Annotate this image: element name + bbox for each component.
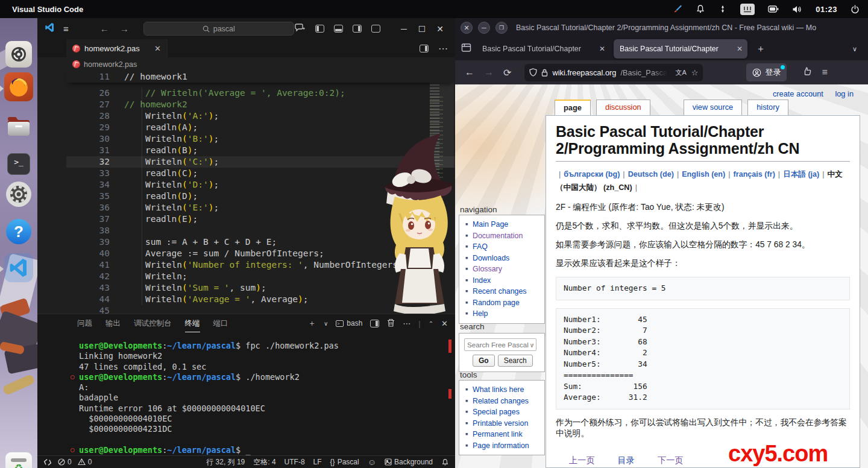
tab-close-icon[interactable]: ✕	[154, 44, 161, 53]
interwiki-language-link[interactable]: français (fr)	[734, 170, 775, 179]
editor-tab-homework2[interactable]: homework2.pas ✕	[66, 39, 168, 57]
dock-item-vscode[interactable]	[4, 253, 33, 282]
window-restore-icon[interactable]: ❐	[495, 22, 508, 34]
focused-app-title[interactable]: Visual Studio Code	[12, 5, 83, 14]
bell-icon[interactable]	[696, 4, 705, 14]
panel-tab-terminal[interactable]: 终端	[185, 314, 200, 332]
tab-discussion[interactable]: discussion	[596, 100, 650, 115]
search-input[interactable]	[464, 338, 536, 351]
tab-close-icon[interactable]: ✕	[599, 45, 605, 53]
close-panel-icon[interactable]: ✕	[441, 319, 448, 328]
shield-icon[interactable]	[529, 68, 537, 77]
panel-tab-ports[interactable]: 端口	[213, 314, 228, 332]
sidebar-nav-link[interactable]: Glossary	[465, 264, 544, 275]
hamburger-menu-icon[interactable]: ≡	[822, 67, 827, 78]
dock-item-software[interactable]	[4, 40, 33, 69]
sidebar-tool-link[interactable]: Related changes	[465, 396, 544, 407]
toggle-sidebar-icon[interactable]	[315, 25, 324, 33]
wiki-login-button[interactable]: 登录	[746, 63, 787, 81]
toggle-panel-icon[interactable]	[334, 25, 343, 33]
thumbs-up-icon[interactable]	[802, 66, 812, 78]
panel-tab-problems[interactable]: 问题	[77, 314, 92, 332]
sidebar-nav-link[interactable]: Random page	[465, 297, 544, 309]
editor-pane[interactable]: 26 // Writeln('Average = ', Average:0:2)…	[37, 71, 455, 314]
sidebar-nav-link[interactable]: Documentation	[465, 230, 544, 242]
url-bar[interactable]: wiki.freepascal.org/Basic_Pascal_Tutori …	[524, 64, 703, 81]
cursor-position[interactable]: 行 32, 列 19	[206, 457, 245, 467]
translate-icon[interactable]: 文A	[675, 68, 686, 77]
breadcrumb[interactable]: homework2.pas	[37, 57, 455, 71]
sidebar-nav-link[interactable]: Index	[465, 275, 544, 286]
panel-tab-debug[interactable]: 调试控制台	[134, 314, 172, 332]
lock-icon[interactable]	[541, 69, 548, 77]
window-close-icon[interactable]: ✕	[461, 22, 473, 34]
sidebar-tool-link[interactable]: Special pages	[465, 406, 544, 418]
sidebar-nav-link[interactable]: Recent changes	[465, 286, 544, 297]
bookmark-star-icon[interactable]: ☆	[691, 68, 699, 77]
battery-icon[interactable]	[768, 5, 779, 13]
create-account-link[interactable]: create account	[773, 89, 823, 98]
prev-page-link[interactable]: 上一页	[569, 455, 595, 466]
new-tab-icon[interactable]: ＋	[756, 43, 766, 55]
split-terminal-icon[interactable]	[370, 320, 379, 327]
search-button[interactable]: Search	[498, 355, 533, 367]
dock-item-trash[interactable]: ♻	[4, 451, 33, 468]
language-mode[interactable]: {} Pascal	[330, 458, 359, 466]
dock-item-help[interactable]: ?	[4, 217, 33, 246]
toc-link[interactable]: 目录	[618, 455, 635, 466]
back-icon[interactable]: ←	[465, 67, 474, 78]
minimize-icon[interactable]: ─	[395, 24, 413, 34]
clock[interactable]: 01:23	[816, 5, 837, 14]
interwiki-language-link[interactable]: Deutsch (de)	[628, 170, 674, 179]
sidebar-tool-link[interactable]: What links here	[465, 384, 544, 396]
sidebar-tool-link[interactable]: Printable version	[465, 418, 544, 429]
interwiki-language-link[interactable]: English (en)	[682, 170, 725, 179]
list-tabs-chevron-icon[interactable]: ∨	[852, 45, 857, 53]
maximize-panel-icon[interactable]: ⌃	[429, 320, 433, 327]
panel-tab-output[interactable]: 输出	[105, 314, 121, 332]
tab-history[interactable]: history	[747, 100, 788, 115]
maximize-icon[interactable]: ☐	[413, 24, 431, 34]
eol[interactable]: LF	[313, 458, 322, 466]
split-editor-icon[interactable]	[420, 45, 429, 52]
dock-item-firefox[interactable]	[4, 72, 33, 101]
toggle-secondary-sidebar-icon[interactable]	[353, 25, 362, 33]
more-actions-icon[interactable]: ⋯	[438, 43, 448, 54]
terminal-instance-bash[interactable]: > bash	[336, 319, 362, 327]
customize-layout-icon[interactable]	[371, 25, 380, 33]
sidebar-nav-link[interactable]: FAQ	[465, 241, 544, 253]
power-icon[interactable]	[851, 5, 860, 14]
command-center-search[interactable]: pascal	[143, 22, 294, 36]
updown-arrows-icon[interactable]	[719, 4, 727, 14]
kill-terminal-icon[interactable]	[387, 318, 395, 329]
sidebar-nav-link[interactable]: Help	[465, 308, 544, 320]
reload-icon[interactable]: ⟳	[503, 67, 511, 78]
sidebar-nav-link[interactable]: Main Page	[465, 219, 544, 230]
firefox-view-icon[interactable]	[461, 43, 471, 55]
back-arrow-icon[interactable]: ←	[100, 24, 109, 34]
go-button[interactable]: Go	[473, 355, 495, 367]
encoding[interactable]: UTF-8	[285, 458, 305, 466]
paintbrush-icon[interactable]	[672, 4, 682, 14]
tab-page[interactable]: page	[555, 100, 591, 115]
remote-indicator-icon[interactable]	[43, 458, 52, 466]
sidebar-tool-link[interactable]: Page information	[465, 440, 544, 452]
sticky-scroll-line[interactable]: 11 // homework1	[66, 71, 455, 83]
code-line[interactable]: 28 Writeln('A:');	[66, 110, 455, 122]
code-line[interactable]: 26 // Writeln('Average = ', Average:0:2)…	[66, 87, 455, 99]
sidebar-tool-link[interactable]: Permanent link	[465, 429, 544, 440]
notifications-bell-icon[interactable]	[441, 458, 449, 466]
menu-icon[interactable]: ≡	[63, 24, 69, 34]
terminal-dropdown-icon[interactable]: ∨	[324, 320, 328, 327]
new-terminal-icon[interactable]: ＋	[308, 318, 316, 329]
tab-view-source[interactable]: view source	[684, 100, 743, 115]
tab-close-icon[interactable]: ✕	[737, 45, 743, 53]
warnings-status[interactable]: 0	[78, 458, 92, 466]
feedback-smiley-icon[interactable]: ☺	[368, 457, 376, 467]
background-extension-status[interactable]: Background	[385, 458, 433, 466]
input-method-icon[interactable]	[740, 4, 755, 15]
login-link[interactable]: log in	[835, 89, 854, 98]
copilot-icon[interactable]	[295, 24, 306, 34]
terminal-output[interactable]: user@Developments:~/learn/pascal$ fpc ./…	[37, 332, 447, 455]
next-page-link[interactable]: 下一页	[658, 455, 684, 466]
